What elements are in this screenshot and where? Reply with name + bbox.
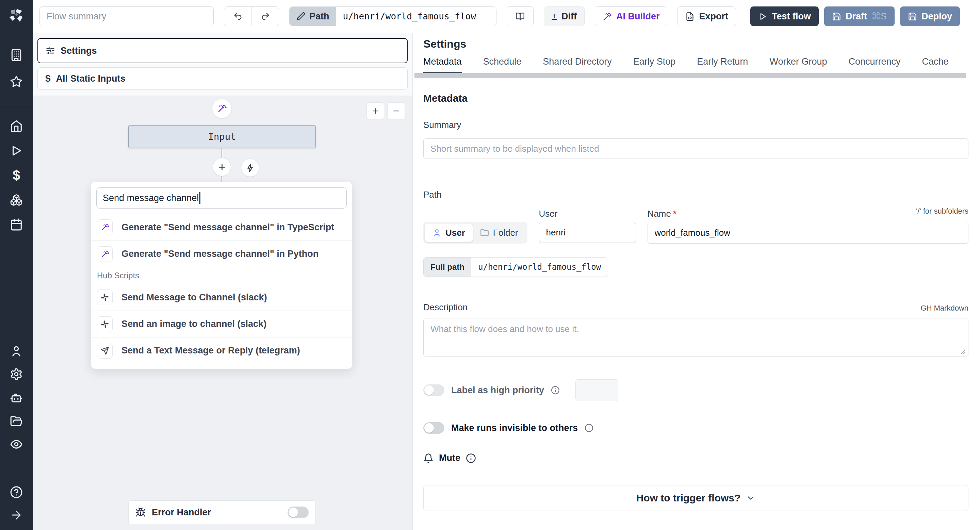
tab-metadata[interactable]: Metadata xyxy=(423,57,462,73)
list-item[interactable]: Send a Text Message or Reply (telegram) xyxy=(91,337,352,363)
result-label: Send an image to channel (slack) xyxy=(121,319,266,329)
error-handler-toggle[interactable] xyxy=(288,506,309,518)
metadata-section: Metadata Summary Path User Folder xyxy=(423,92,969,511)
list-item[interactable]: Generate "Send message channel" in Pytho… xyxy=(91,241,352,267)
step-search-input[interactable]: Send message channel xyxy=(96,187,347,208)
deploy-button[interactable]: Deploy xyxy=(900,6,960,26)
diff-label: Diff xyxy=(562,11,577,22)
undo-button[interactable] xyxy=(224,7,251,26)
error-handler-node[interactable]: Error Handler xyxy=(128,500,316,524)
owner-user-label: User xyxy=(445,228,465,238)
ai-builder-button[interactable]: AI Builder xyxy=(595,6,668,26)
draft-button[interactable]: Draft ⌘S xyxy=(824,6,894,26)
export-button[interactable]: Export xyxy=(678,6,736,26)
flow-canvas[interactable]: + − Input Send message channel xyxy=(33,95,412,530)
invisible-runs-toggle[interactable] xyxy=(423,422,444,434)
magic-wand-icon xyxy=(217,103,227,114)
owner-folder-option[interactable]: Folder xyxy=(473,224,526,242)
zoom-in-button[interactable]: + xyxy=(366,102,384,119)
user-icon xyxy=(10,344,23,357)
sidebar-item-settings[interactable] xyxy=(9,367,24,382)
description-textarea[interactable] xyxy=(423,318,969,357)
sidebar-item-schedules[interactable] xyxy=(9,217,24,232)
text-caret xyxy=(199,192,200,204)
zoom-out-button[interactable]: − xyxy=(387,102,405,119)
sidebar-item-favorites[interactable] xyxy=(9,74,24,89)
list-item[interactable]: Send Message to Channel (slack) xyxy=(91,284,352,311)
folder-icon xyxy=(480,228,489,237)
settings-tabs: Metadata Schedule Shared Directory Early… xyxy=(423,57,969,73)
tab-schedule[interactable]: Schedule xyxy=(483,57,522,73)
sidebar-item-audit[interactable] xyxy=(9,437,24,452)
list-item[interactable]: Send an image to channel (slack) xyxy=(91,311,352,337)
info-icon[interactable] xyxy=(466,453,476,463)
path-name-input[interactable] xyxy=(648,222,969,244)
add-trigger-button[interactable] xyxy=(241,159,259,177)
summary-label: Summary xyxy=(423,120,969,130)
how-to-trigger-label: How to trigger flows? xyxy=(636,492,741,504)
subfolder-hint: '/' for subfolders xyxy=(916,207,969,219)
play-icon xyxy=(10,144,23,157)
plus-icon xyxy=(218,163,227,172)
summary-input[interactable] xyxy=(423,138,969,159)
result-label: Send Message to Channel (slack) xyxy=(121,292,267,303)
tab-shared-directory[interactable]: Shared Directory xyxy=(543,57,612,73)
error-handler-label: Error Handler xyxy=(152,507,211,518)
owner-folder-label: Folder xyxy=(493,228,518,238)
toolbar: Path u/henri/world_famous_flow ± Diff AI… xyxy=(33,0,980,33)
tab-worker-group[interactable]: Worker Group xyxy=(769,57,827,73)
sidebar-item-expand[interactable] xyxy=(9,508,24,522)
deploy-label: Deploy xyxy=(921,11,952,22)
magic-wand-icon xyxy=(97,246,113,262)
flow-summary-input[interactable] xyxy=(40,6,214,26)
list-item[interactable]: Generate "Send message channel" in TypeS… xyxy=(91,214,352,241)
sidebar-item-resources[interactable] xyxy=(9,192,24,208)
chevron-down-icon xyxy=(746,493,756,503)
owner-kind-column: User Folder xyxy=(423,208,527,244)
edit-path-button[interactable]: Path xyxy=(290,7,336,26)
test-flow-button[interactable]: Test flow xyxy=(750,6,819,26)
tab-cache[interactable]: Cache xyxy=(922,57,949,73)
info-icon[interactable] xyxy=(551,386,560,395)
step-search-value: Send message channel xyxy=(103,193,199,203)
tabs-horizontal-scrollbar[interactable] xyxy=(414,73,966,78)
result-label: Generate "Send message channel" in TypeS… xyxy=(121,222,334,233)
sidebar-item-runs[interactable] xyxy=(9,143,24,158)
add-step-button[interactable] xyxy=(213,158,231,176)
sidebar-divider xyxy=(0,107,33,107)
flow-settings-node[interactable]: Settings xyxy=(37,38,408,63)
tab-early-stop[interactable]: Early Stop xyxy=(633,57,676,73)
building-icon xyxy=(10,49,23,62)
sidebar-item-users[interactable] xyxy=(9,344,24,359)
docs-button[interactable] xyxy=(507,6,533,26)
sidebar-item-workers[interactable] xyxy=(9,390,24,406)
name-column-label-row: Name * '/' for subfolders xyxy=(648,208,969,222)
how-to-trigger-button[interactable]: How to trigger flows? xyxy=(423,485,969,511)
redo-button[interactable] xyxy=(251,7,279,26)
book-open-icon xyxy=(515,12,525,21)
path-user-input[interactable] xyxy=(539,222,636,243)
flow-input-node[interactable]: Input xyxy=(128,125,316,148)
sidebar-item-variables[interactable]: $ xyxy=(9,168,24,182)
sidebar-item-folders[interactable] xyxy=(9,414,24,428)
bell-icon xyxy=(423,453,434,463)
bug-icon xyxy=(135,507,146,517)
owner-user-option[interactable]: User xyxy=(425,224,473,242)
sidebar-item-workspace[interactable] xyxy=(9,48,24,63)
windmill-logo-icon[interactable] xyxy=(8,7,25,24)
info-icon[interactable] xyxy=(585,424,593,432)
undo-icon xyxy=(233,11,243,21)
ai-flow-builder-button[interactable] xyxy=(212,98,232,118)
flow-static-inputs-node[interactable]: $ All Static Inputs xyxy=(37,67,408,90)
sidebar-item-home[interactable] xyxy=(9,119,24,134)
resize-grip-icon[interactable] xyxy=(959,349,966,355)
tab-early-return[interactable]: Early Return xyxy=(697,57,748,73)
tab-concurrency[interactable]: Concurrency xyxy=(848,57,900,73)
mute-label[interactable]: Mute xyxy=(439,453,460,463)
draft-label: Draft xyxy=(846,11,867,22)
path-value[interactable]: u/henri/world_famous_flow xyxy=(336,7,496,26)
settings-panel: Settings Metadata Schedule Shared Direct… xyxy=(413,33,980,530)
high-priority-toggle[interactable] xyxy=(423,384,444,396)
diff-button[interactable]: ± Diff xyxy=(544,6,585,26)
sidebar-item-help[interactable] xyxy=(9,485,24,500)
